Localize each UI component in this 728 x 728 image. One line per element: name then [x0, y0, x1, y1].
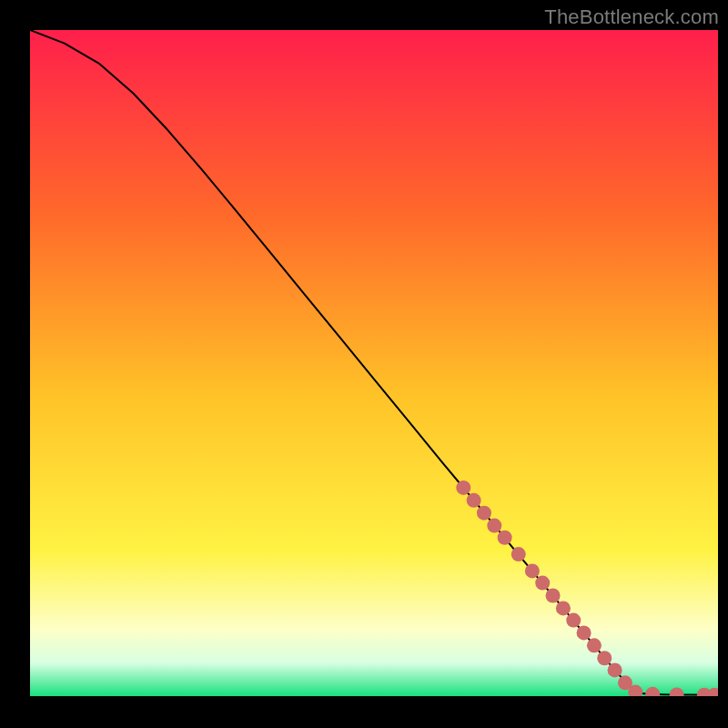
data-marker	[566, 613, 581, 628]
data-marker	[511, 547, 526, 561]
data-marker	[608, 662, 622, 677]
data-marker	[577, 625, 592, 640]
data-marker	[487, 519, 501, 533]
chart-svg	[30, 30, 718, 696]
data-marker	[556, 601, 571, 615]
data-marker	[587, 638, 602, 652]
data-marker	[597, 651, 612, 665]
gradient-background	[30, 30, 718, 696]
data-marker	[525, 563, 540, 578]
data-marker	[498, 531, 512, 545]
plot-area	[30, 30, 718, 696]
data-marker	[477, 506, 491, 521]
data-marker	[535, 576, 550, 591]
watermark-text: TheBottleneck.com	[544, 5, 719, 29]
data-marker	[456, 480, 470, 495]
chart-stage: TheBottleneck.com	[0, 0, 728, 728]
data-marker	[467, 493, 481, 508]
data-marker	[546, 588, 561, 602]
